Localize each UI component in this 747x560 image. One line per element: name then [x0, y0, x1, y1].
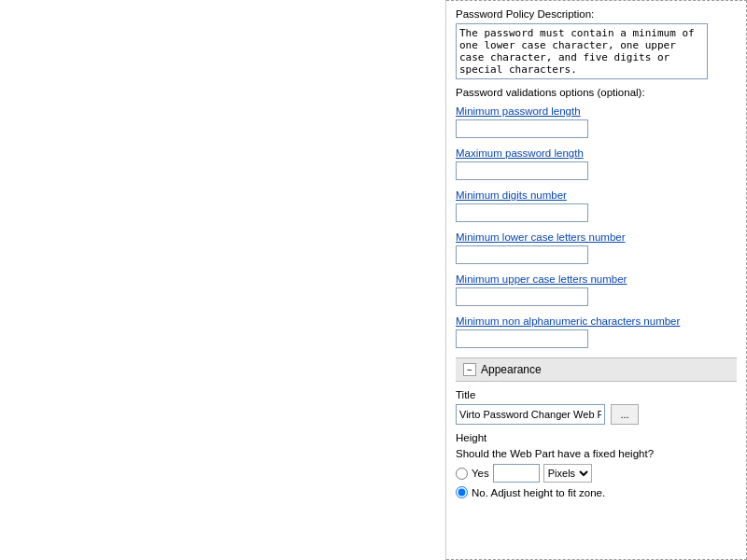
policy-desc-label: Password Policy Description: — [456, 8, 737, 20]
title-input[interactable] — [456, 404, 605, 425]
radio-yes[interactable] — [456, 468, 468, 480]
field-min-lower-case: Minimum lower case letters number — [456, 231, 737, 264]
height-question: Should the Web Part have a fixed height? — [456, 448, 737, 459]
left-panel — [0, 0, 446, 560]
field-min-password-length: Minimum password length — [456, 105, 737, 138]
field-min-non-alpha: Minimum non alphanumeric characters numb… — [456, 315, 737, 348]
min-password-length-input[interactable] — [456, 119, 588, 138]
min-lower-case-label: Minimum lower case letters number — [456, 231, 737, 243]
max-password-length-label: Maximum password length — [456, 147, 737, 159]
appearance-collapse-button[interactable]: − — [463, 363, 476, 376]
policy-desc-textarea[interactable]: The password must contain a minimum of o… — [456, 23, 708, 79]
collapse-symbol: − — [467, 365, 472, 375]
radio-yes-label: Yes — [472, 468, 489, 479]
radio-yes-row: Yes Pixels — [456, 464, 737, 483]
max-password-length-input[interactable] — [456, 161, 588, 180]
field-max-password-length: Maximum password length — [456, 147, 737, 180]
min-non-alpha-label: Minimum non alphanumeric characters numb… — [456, 315, 737, 327]
browse-button[interactable]: ... — [611, 404, 639, 425]
field-min-upper-case: Minimum upper case letters number — [456, 273, 737, 306]
right-panel: Password Policy Description: The passwor… — [446, 0, 747, 560]
title-row: ... — [456, 404, 737, 425]
min-digits-number-label: Minimum digits number — [456, 189, 737, 201]
appearance-section-header: − Appearance — [456, 357, 737, 382]
validations-label: Password validations options (optional): — [456, 87, 737, 98]
height-label: Height — [456, 432, 737, 443]
page-layout: Password Policy Description: The passwor… — [0, 0, 747, 560]
title-field-label: Title — [456, 389, 737, 400]
min-non-alpha-input[interactable] — [456, 329, 588, 348]
field-min-digits-number: Minimum digits number — [456, 189, 737, 222]
min-password-length-label: Minimum password length — [456, 105, 737, 117]
pixels-select[interactable]: Pixels — [543, 464, 592, 483]
min-lower-case-input[interactable] — [456, 245, 588, 264]
pixels-input[interactable] — [493, 464, 540, 483]
min-digits-number-input[interactable] — [456, 203, 588, 222]
radio-no[interactable] — [456, 486, 468, 498]
radio-no-label: No. Adjust height to fit zone. — [472, 487, 605, 498]
min-upper-case-input[interactable] — [456, 287, 588, 306]
browse-label: ... — [620, 409, 628, 420]
appearance-label: Appearance — [481, 363, 542, 376]
right-content: Password Policy Description: The passwor… — [446, 1, 746, 510]
min-upper-case-label: Minimum upper case letters number — [456, 273, 737, 285]
radio-no-row: No. Adjust height to fit zone. — [456, 486, 737, 498]
